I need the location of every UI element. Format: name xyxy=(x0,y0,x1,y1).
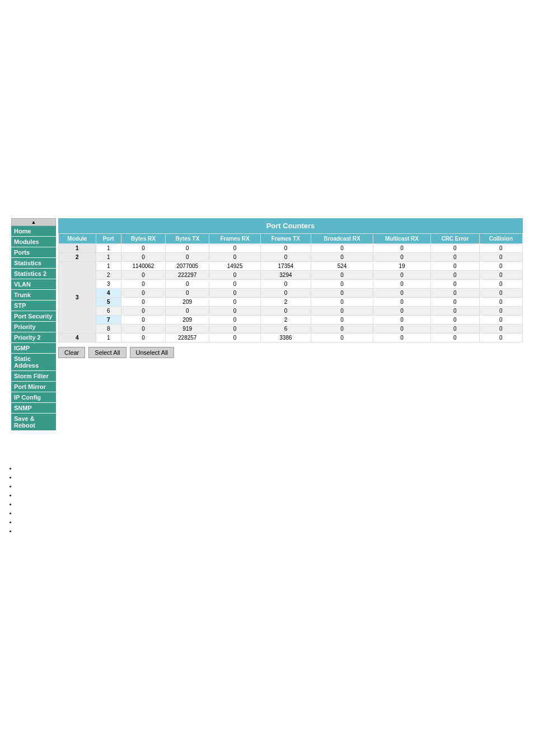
sidebar-item-ports[interactable]: Ports xyxy=(11,247,56,258)
col-header-frames-rx: Frames RX xyxy=(209,234,261,244)
cell-frames-tx: 0 xyxy=(260,307,311,316)
cell-multicast-rx: 0 xyxy=(373,307,430,316)
cell-broadcast-rx: 0 xyxy=(311,244,373,253)
cell-crc-error: 0 xyxy=(430,262,479,271)
cell-bytes-rx: 0 xyxy=(121,280,166,289)
sidebar-item-igmp[interactable]: IGMP xyxy=(11,343,56,354)
table-row: 80919060000 xyxy=(59,325,523,334)
cell-bytes-rx: 0 xyxy=(121,325,166,334)
sidebar-item-static-address[interactable]: Static Address xyxy=(11,354,56,371)
cell-broadcast-rx: 0 xyxy=(311,325,373,334)
cell-bytes-tx: 0 xyxy=(166,280,209,289)
bullet-item xyxy=(17,473,534,477)
cell-frames-rx: 0 xyxy=(209,271,261,280)
cell-port: 1 xyxy=(96,244,121,253)
clear-button[interactable]: Clear xyxy=(58,347,85,358)
select-all-button[interactable]: Select All xyxy=(88,347,126,358)
sidebar-item-trunk[interactable]: Trunk xyxy=(11,290,56,300)
sidebar-item-modules[interactable]: Modules xyxy=(11,237,56,247)
cell-multicast-rx: 0 xyxy=(373,244,430,253)
cell-frames-rx: 0 xyxy=(209,244,261,253)
sidebar-item-statistics[interactable]: Statistics xyxy=(11,258,56,269)
cell-frames-rx: 14925 xyxy=(209,262,261,271)
col-header-bytes-rx: Bytes RX xyxy=(121,234,166,244)
bullet-item xyxy=(17,518,534,522)
bullet-item xyxy=(17,527,534,530)
cell-frames-tx: 0 xyxy=(260,289,311,298)
table-row: 1100000000 xyxy=(59,244,523,253)
port-counters-table: Module Port Bytes RX Bytes TX Frames RX … xyxy=(58,233,523,342)
cell-frames-tx: 0 xyxy=(260,253,311,262)
cell-collision: 0 xyxy=(479,289,522,298)
cell-bytes-tx: 209 xyxy=(166,316,209,325)
cell-bytes-rx: 0 xyxy=(121,316,166,325)
sidebar-item-save-reboot[interactable]: Save & Reboot xyxy=(11,414,56,431)
cell-bytes-tx: 0 xyxy=(166,307,209,316)
cell-multicast-rx: 0 xyxy=(373,271,430,280)
main-content: Port Counters Module Port Bytes RX Bytes… xyxy=(58,218,523,431)
cell-module: 4 xyxy=(59,334,96,342)
cell-port: 8 xyxy=(96,325,121,334)
sidebar-item-statistics2[interactable]: Statistics 2 xyxy=(11,269,56,279)
cell-bytes-rx: 0 xyxy=(121,244,166,253)
cell-collision: 0 xyxy=(479,280,522,289)
sidebar-item-storm-filter[interactable]: Storm Filter xyxy=(11,371,56,382)
cell-crc-error: 0 xyxy=(430,289,479,298)
cell-crc-error: 0 xyxy=(430,316,479,325)
sidebar-item-stp[interactable]: STP xyxy=(11,300,56,311)
cell-multicast-rx: 0 xyxy=(373,289,430,298)
table-row: 311140062207700514925173545241900 xyxy=(59,262,523,271)
cell-broadcast-rx: 0 xyxy=(311,316,373,325)
sidebar-item-snmp[interactable]: SNMP xyxy=(11,403,56,414)
bullet-item xyxy=(17,491,534,495)
cell-broadcast-rx: 0 xyxy=(311,334,373,342)
cell-port: 1 xyxy=(96,253,121,262)
col-header-port: Port xyxy=(96,234,121,244)
col-header-crc-error: CRC Error xyxy=(430,234,479,244)
table-header-row: Module Port Bytes RX Bytes TX Frames RX … xyxy=(59,234,523,244)
sidebar-item-ip-config[interactable]: IP Config xyxy=(11,392,56,403)
cell-bytes-rx: 0 xyxy=(121,289,166,298)
cell-bytes-rx: 0 xyxy=(121,307,166,316)
cell-collision: 0 xyxy=(479,271,522,280)
unselect-all-button[interactable]: Unselect All xyxy=(130,347,174,358)
cell-crc-error: 0 xyxy=(430,280,479,289)
cell-multicast-rx: 0 xyxy=(373,316,430,325)
sidebar-item-port-mirror[interactable]: Port Mirror xyxy=(11,382,56,392)
sidebar-item-priority[interactable]: Priority xyxy=(11,322,56,332)
table-row: 70209020000 xyxy=(59,316,523,325)
cell-broadcast-rx: 524 xyxy=(311,262,373,271)
cell-broadcast-rx: 0 xyxy=(311,298,373,307)
cell-crc-error: 0 xyxy=(430,271,479,280)
bullet-list xyxy=(0,464,534,530)
cell-collision: 0 xyxy=(479,262,522,271)
cell-module: 2 xyxy=(59,253,96,262)
sidebar-item-priority2[interactable]: Priority 2 xyxy=(11,332,56,343)
bullet-item xyxy=(17,509,534,513)
cell-multicast-rx: 0 xyxy=(373,298,430,307)
sidebar-item-port-security[interactable]: Port Security xyxy=(11,311,56,322)
cell-bytes-rx: 0 xyxy=(121,253,166,262)
cell-port: 6 xyxy=(96,307,121,316)
cell-crc-error: 0 xyxy=(430,334,479,342)
cell-module: 1 xyxy=(59,244,96,253)
cell-frames-rx: 0 xyxy=(209,316,261,325)
sidebar-item-home[interactable]: Home xyxy=(11,226,56,237)
cell-bytes-tx: 0 xyxy=(166,289,209,298)
cell-frames-tx: 3294 xyxy=(260,271,311,280)
cell-bytes-tx: 209 xyxy=(166,298,209,307)
cell-frames-tx: 3386 xyxy=(260,334,311,342)
cell-multicast-rx: 0 xyxy=(373,253,430,262)
cell-collision: 0 xyxy=(479,334,522,342)
sidebar-item-vlan[interactable]: VLAN xyxy=(11,279,56,290)
sidebar-scroll-up[interactable]: ▲ xyxy=(11,218,56,226)
table-row: 600000000 xyxy=(59,307,523,316)
cell-port: 5 xyxy=(96,298,121,307)
cell-frames-rx: 0 xyxy=(209,298,261,307)
cell-port: 1 xyxy=(96,262,121,271)
col-header-module: Module xyxy=(59,234,96,244)
col-header-multicast-rx: Multicast RX xyxy=(373,234,430,244)
col-header-broadcast-rx: Broadcast RX xyxy=(311,234,373,244)
cell-frames-rx: 0 xyxy=(209,289,261,298)
cell-frames-tx: 0 xyxy=(260,280,311,289)
